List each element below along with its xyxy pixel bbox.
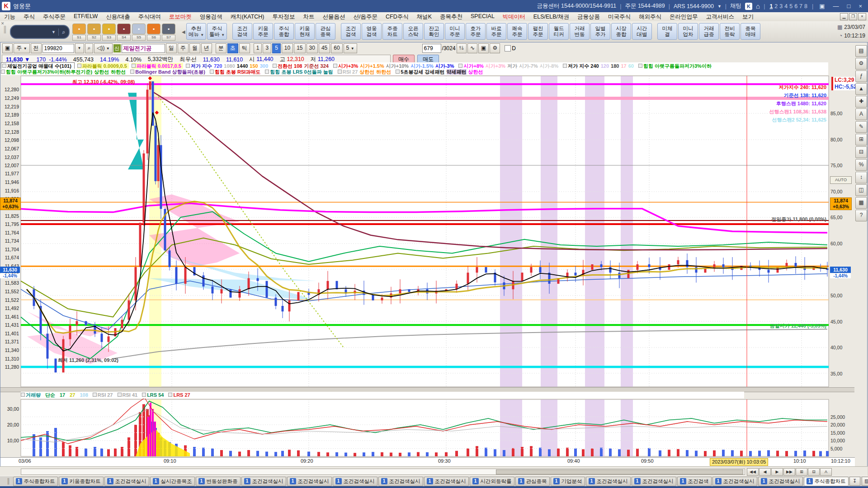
indicator-legend[interactable]: 힘힘 초봉 RSI과매도 [210,69,262,75]
toolbar-close-icon[interactable]: ✕ [1,21,5,26]
indicator-legend[interactable]: Bollinger Band 상향돌파(초봉) [130,69,207,75]
jump-right-button[interactable]: ▶▶ [783,468,795,476]
taskbar-tab[interactable]: 1실시간종목조 [150,477,195,486]
menu-item[interactable]: 종목추천 [436,13,467,21]
preset-S4[interactable]: ▪ S4 [117,23,131,41]
menu-item[interactable]: ETF/ELW [70,13,102,21]
taskbar-tab[interactable]: 1시간외등락률 [470,477,514,486]
menu-item[interactable]: ELS/ELB/채권 [529,13,573,21]
toolbar-button[interactable]: 주식 종합 [274,23,294,40]
period-월[interactable]: 월 [189,43,200,53]
legend-checkbox-icon[interactable] [458,64,462,68]
indicator-legend[interactable]: RSI 27상한선하한선 [338,69,393,75]
sub-indicator-legend[interactable]: 108 [80,392,90,398]
scale-icon[interactable]: ↕ [855,172,867,183]
percent-icon[interactable]: % [855,159,867,171]
indicator-legend[interactable]: 파라볼릭 0.0009,0.5 [77,63,129,69]
bar-zoom-in-button[interactable]: ⊞ [796,468,807,476]
menu-item[interactable]: 고객서비스 [702,13,739,21]
toolbar-button[interactable]: 거래 급증 [699,23,719,40]
legend-checkbox-icon[interactable] [132,64,136,68]
save-chart-icon[interactable]: ▣ [478,43,489,53]
toolbar-button[interactable]: 미니 업차 [678,23,698,40]
taskbar-tab[interactable]: 1조건검색실시 [632,477,676,486]
zoom-in-icon[interactable]: ⊞ [855,134,867,145]
indicator-legend[interactable]: 제일전기공업 매물대 수(101) [1,62,75,69]
toolbar-button[interactable]: 거래 변동 [570,23,590,40]
taskbar-grip[interactable]: ║ [6,478,10,484]
interval-10[interactable]: 10 [282,43,293,53]
toolbar-button[interactable]: 전비 등락 [720,23,740,40]
sub-indicator-legend[interactable]: LRS 54 [142,392,165,398]
k-messenger-icon[interactable]: K [745,3,752,10]
legend-checkbox-icon[interactable] [77,64,81,68]
menu-item[interactable]: CFD주식 [382,13,413,21]
taskbar-tab[interactable]: 1관심종목 [515,477,550,486]
toolbar-collapse-icon[interactable]: ◀ [182,29,185,34]
add-line-icon[interactable]: ∿ [467,43,477,53]
search-icon[interactable]: ⌕ [58,28,69,36]
step-right-button[interactable]: ▶ [771,468,783,476]
taskbar-tab[interactable]: 1조건검색실시 [586,477,631,486]
menu-item[interactable]: 주식주문 [39,13,70,21]
sub-indicator-legend[interactable]: 거래량 [21,392,42,399]
pop-out-icon[interactable]: ▣ [2,43,13,53]
minimize-button[interactable]: — [831,3,841,9]
market-select[interactable]: 주 ▼ [14,43,29,53]
mdi-minimize-icon[interactable]: ▁ [840,13,848,20]
bar-index-input[interactable]: 679 [422,44,441,53]
mode-초[interactable]: 초 [227,43,238,53]
indicator-legend[interactable]: 전환선 108기준선 324 [273,63,330,69]
scrollbar-track[interactable] [21,469,745,475]
period-주[interactable]: 주 [178,43,189,53]
menu-item[interactable]: 선물옵션 [319,13,349,21]
menu-item[interactable]: 기능 [0,13,19,21]
preset-S6[interactable]: ▪ S6 [147,23,160,41]
sub-indicator-legend[interactable]: 27 [70,392,77,398]
taskbar-tab[interactable]: 1조건검색실시 [424,477,469,486]
add-candle-icon[interactable]: ⫯⫰ [457,43,467,53]
ars-dropdown-icon[interactable]: ▼ [717,4,722,9]
chart-settings-icon[interactable]: ⚙ [490,43,500,53]
mdi-close-icon[interactable]: × [858,13,866,20]
toolbar-button[interactable]: 잔고 확인 [424,23,444,40]
toolbar-button[interactable]: 주식 툴바 ▼ [207,23,227,40]
taskbar-tab[interactable]: 1조건검색실시 [712,477,757,486]
screenshot-icon[interactable]: ▨ [862,477,868,486]
taskbar-tab[interactable]: 1조건검색실시 [333,477,377,486]
taskbar-tab[interactable]: 1주식종합차트 [804,477,849,486]
toolbar-button[interactable]: 추천 메뉴 ▼ [186,23,206,40]
stock-quick-search[interactable]: ▼ ⌕ [10,25,70,39]
toolbar-button[interactable]: 쾌속 주문 [507,23,527,40]
toolbar-button[interactable]: 키움 현재 [295,23,315,40]
toolbar-button[interactable]: 조건 검색 [341,23,361,40]
toolbar-button[interactable]: 펼친 주문 [528,23,548,40]
screen-number-5[interactable]: 5 [788,3,793,9]
grid-icon[interactable]: ▦ [855,197,867,209]
taskbar-tab[interactable]: 1변동성완화종 [196,477,241,486]
taskbar-tab[interactable]: 1주식종합차트 [13,477,58,486]
multi-monitor-icon[interactable]: ▣ [817,3,827,9]
jeon-button[interactable]: 전 [31,43,42,53]
taskbar-tab[interactable]: 1조건검색 [677,477,712,486]
step-left-button[interactable]: ◀ [759,468,771,476]
draw-icon[interactable]: ✎ [855,121,867,133]
preset-S2[interactable]: ▪ S2 [87,23,101,41]
home-icon[interactable]: ⌂ [756,2,760,10]
chat-button[interactable]: 채팅 [730,2,741,10]
screen-number-4[interactable]: 4 [783,3,788,9]
legend-checkbox-icon[interactable] [638,64,642,68]
indicator-legend[interactable]: 힘힘 초봉 LRS 0선돌파 눌림 [265,69,335,75]
taskbar-tab[interactable]: 1조건검색실시 [287,477,332,486]
indicator-legend[interactable]: 힘힘 아랫구름돌파저가3%이하 [638,63,713,69]
indicator-legend[interactable]: 파라볼릭 0.0017,0.5 [132,63,183,69]
taskbar-tab[interactable]: 1조건검색실시 [378,477,423,486]
sub-indicator-legend[interactable]: LRS 27 [168,392,192,398]
taskbar-tab[interactable]: 1기업분석 [551,477,585,486]
function-icon[interactable]: ƒ [855,70,867,82]
screen-number-2[interactable]: 2 [774,3,778,9]
toolbar-button[interactable]: 관심 종목 [316,23,335,40]
menu-item[interactable]: SPECIAL [467,13,499,21]
interval-45[interactable]: 45 [319,43,330,53]
toolbar-button[interactable]: 월드 티커 [549,23,569,40]
